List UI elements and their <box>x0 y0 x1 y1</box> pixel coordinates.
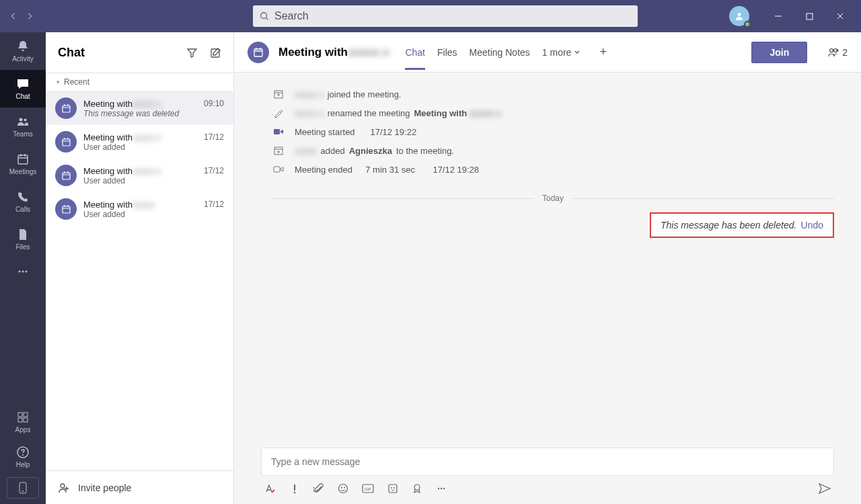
svg-point-24 <box>830 48 833 52</box>
more-icon[interactable] <box>436 483 447 494</box>
rail-activity[interactable]: Activity <box>0 32 46 70</box>
svg-rect-12 <box>24 418 28 422</box>
svg-rect-18 <box>63 106 70 112</box>
message-input[interactable]: Type a new message <box>261 448 834 476</box>
calendar-icon <box>55 198 77 220</box>
undo-link[interactable]: Undo <box>801 220 823 230</box>
calendar-join-icon <box>272 89 285 99</box>
rail-activity-label: Activity <box>12 55 34 62</box>
svg-rect-5 <box>18 155 28 164</box>
rail-chat[interactable]: Chat <box>0 70 46 108</box>
svg-rect-9 <box>18 413 22 417</box>
format-icon[interactable] <box>264 482 276 495</box>
back-button[interactable] <box>5 0 22 32</box>
rail-chat-label: Chat <box>15 93 30 100</box>
add-tab-button[interactable]: + <box>599 45 607 59</box>
calendar-icon <box>55 97 77 119</box>
rail-teams[interactable]: Teams <box>0 108 46 145</box>
rail-mobile[interactable] <box>7 477 39 499</box>
search-icon <box>260 11 269 21</box>
chat-list-title: Chat <box>58 46 85 60</box>
svg-point-33 <box>344 487 345 489</box>
maximize-button[interactable] <box>794 0 825 32</box>
event-joined: xxxxx x joined the meeting. <box>272 85 834 103</box>
meeting-avatar <box>248 42 269 63</box>
sticker-icon[interactable] <box>387 483 398 494</box>
event-added: xxxxx added Agnieszka to the meeting. <box>272 141 834 160</box>
filter-icon[interactable] <box>186 47 198 58</box>
search-input[interactable]: Search <box>253 5 638 27</box>
send-button[interactable] <box>818 482 831 495</box>
priority-icon[interactable] <box>289 483 300 494</box>
svg-point-22 <box>61 484 65 488</box>
rail-help-label: Help <box>16 461 30 468</box>
conversation-title: Meeting with xxxxx x <box>278 46 389 59</box>
recent-section[interactable]: ▾ Recent <box>46 73 233 91</box>
presence-badge <box>744 21 751 28</box>
rail-meetings-label: Meetings <box>9 168 37 175</box>
chat-list-item[interactable]: Meeting with xxxxx x17/12 User added <box>46 125 233 159</box>
chat-list-item[interactable]: Meeting with xxxxx x17/12 User added <box>46 159 233 192</box>
svg-point-38 <box>394 487 395 489</box>
svg-point-30 <box>294 492 296 494</box>
invite-people[interactable]: Invite people <box>46 470 233 504</box>
rail-apps[interactable]: Apps <box>0 405 46 439</box>
tab-files[interactable]: Files <box>437 35 457 70</box>
svg-rect-20 <box>63 173 70 179</box>
participants-count: 2 <box>842 47 848 58</box>
rail-apps-label: Apps <box>15 426 31 433</box>
minimize-button[interactable] <box>763 0 794 32</box>
attach-icon[interactable] <box>313 483 324 494</box>
svg-rect-27 <box>274 129 280 134</box>
gif-icon[interactable]: GIF <box>362 483 374 494</box>
chat-list-pane: Chat ▾ Recent Meeting with xxxxx x09:10 … <box>46 32 234 504</box>
svg-point-3 <box>20 118 23 122</box>
svg-point-6 <box>19 271 21 273</box>
conversation-header: Meeting with xxxxx x Chat Files Meeting … <box>234 32 861 73</box>
video-icon <box>272 126 285 137</box>
event-ended: Meeting ended 7 min 31 sec 17/12 19:28 <box>272 160 834 179</box>
user-avatar[interactable] <box>729 6 749 26</box>
chat-list-item[interactable]: Meeting with xxxxx17/12 User added <box>46 192 233 226</box>
svg-point-40 <box>438 488 439 489</box>
svg-point-41 <box>441 488 442 489</box>
message-placeholder: Type a new message <box>271 456 360 467</box>
pencil-icon <box>272 108 285 118</box>
rail-more[interactable] <box>0 258 46 285</box>
rail-help[interactable]: Help <box>0 439 46 474</box>
svg-rect-21 <box>63 206 70 213</box>
calendar-icon <box>55 165 77 186</box>
tab-meeting-notes[interactable]: Meeting Notes <box>470 35 530 70</box>
svg-rect-2 <box>807 13 813 19</box>
calendar-add-icon <box>272 145 285 156</box>
svg-point-4 <box>24 119 27 122</box>
compose-icon[interactable] <box>210 47 221 58</box>
recent-label: Recent <box>64 77 89 87</box>
praise-icon[interactable] <box>412 483 422 494</box>
rail-calls[interactable]: Calls <box>0 183 46 220</box>
svg-rect-29 <box>274 167 280 172</box>
emoji-icon[interactable] <box>338 483 348 494</box>
titlebar: Search <box>0 0 861 32</box>
search-placeholder: Search <box>274 10 309 22</box>
svg-point-31 <box>339 485 348 493</box>
forward-button[interactable] <box>22 0 38 32</box>
rail-files[interactable]: Files <box>0 220 46 258</box>
rail-teams-label: Teams <box>13 130 32 138</box>
participants-button[interactable]: 2 <box>827 47 848 58</box>
tab-chat[interactable]: Chat <box>405 35 425 70</box>
rail-meetings[interactable]: Meetings <box>0 145 46 183</box>
conversation-pane: Meeting with xxxxx x Chat Files Meeting … <box>234 32 861 504</box>
join-button[interactable]: Join <box>751 42 807 63</box>
svg-point-0 <box>261 13 267 19</box>
invite-label: Invite people <box>78 482 131 493</box>
svg-point-32 <box>341 487 342 489</box>
close-button[interactable] <box>825 0 856 32</box>
deleted-message: This message has been deleted. Undo <box>650 212 834 238</box>
tab-more[interactable]: 1 more <box>542 35 581 70</box>
svg-rect-17 <box>211 49 219 57</box>
video-off-icon <box>272 164 285 175</box>
svg-point-39 <box>414 485 420 490</box>
svg-text:GIF: GIF <box>365 487 371 491</box>
chat-list-item[interactable]: Meeting with xxxxx x09:10 This message w… <box>46 91 233 125</box>
